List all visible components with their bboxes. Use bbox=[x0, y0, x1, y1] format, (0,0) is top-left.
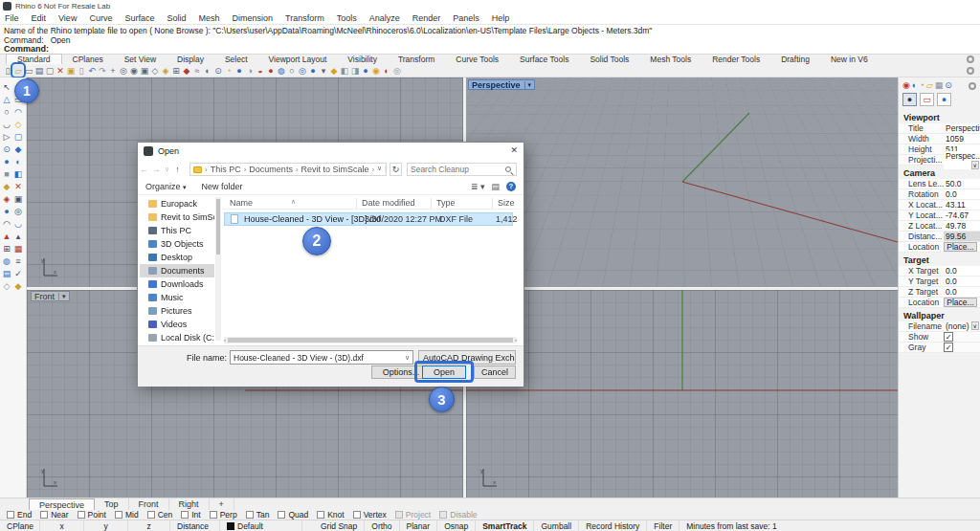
sidebar-item[interactable]: This PC bbox=[140, 224, 214, 237]
pyramid-icon[interactable]: ▴ bbox=[12, 230, 24, 242]
polygon-icon[interactable]: ▢ bbox=[12, 130, 24, 143]
point-icon[interactable]: ⊙ bbox=[213, 65, 223, 76]
menu-item[interactable]: Help bbox=[492, 13, 510, 23]
view-mode-icon[interactable]: ≣ ▾ bbox=[471, 182, 485, 191]
osnap-toggle[interactable]: Disable bbox=[439, 510, 477, 520]
properties-panel-icon[interactable]: ◉ bbox=[902, 80, 910, 90]
osnap-toggle[interactable]: Tan bbox=[246, 510, 270, 520]
chevron-down-icon[interactable]: ▾ bbox=[524, 81, 532, 89]
gear-icon[interactable] bbox=[969, 82, 976, 90]
status-toggle[interactable]: Planar bbox=[400, 520, 438, 531]
search-box[interactable] bbox=[407, 163, 517, 176]
toolbar-tab[interactable]: CPlanes bbox=[62, 55, 114, 64]
column-date[interactable]: Date modified bbox=[362, 198, 415, 208]
hatch-icon[interactable]: ▦ bbox=[12, 242, 24, 254]
curve-icon[interactable]: ≈ bbox=[192, 65, 202, 76]
redo-icon[interactable]: ↷ bbox=[98, 65, 107, 76]
ellipse-icon[interactable]: ◇ bbox=[12, 118, 24, 130]
group-icon[interactable]: ◇ bbox=[1, 279, 12, 292]
chevron-down-icon[interactable]: ∨ bbox=[374, 165, 385, 174]
dropdown-icon[interactable]: ▾ bbox=[319, 65, 328, 76]
rectangle-icon[interactable]: ▷ bbox=[1, 130, 12, 143]
property-value[interactable]: 0.0 bbox=[944, 287, 980, 297]
menu-item[interactable]: Surface bbox=[124, 13, 154, 23]
surface-icon[interactable]: ⊙ bbox=[1, 143, 12, 155]
recent-locations-icon[interactable]: ∨ bbox=[163, 166, 171, 173]
earth-icon[interactable]: ● bbox=[308, 65, 318, 76]
checkbox-icon[interactable] bbox=[439, 511, 447, 519]
viewport-tab[interactable]: Top bbox=[95, 498, 129, 510]
viewport-tab[interactable]: + bbox=[210, 498, 234, 510]
point-tool-icon[interactable]: △ bbox=[1, 93, 12, 105]
osnap-toggle[interactable]: Int bbox=[181, 510, 200, 520]
world-icon[interactable]: ◍ bbox=[1, 254, 12, 267]
menu-item[interactable]: Solid bbox=[167, 13, 186, 23]
arc2-icon[interactable]: ◠ bbox=[1, 217, 12, 230]
cplane-cell[interactable]: CPlane bbox=[0, 520, 40, 531]
layers-panel-icon[interactable]: ◐ bbox=[912, 80, 917, 90]
cancel-button[interactable]: Cancel bbox=[474, 365, 516, 379]
search-input[interactable] bbox=[408, 165, 505, 174]
status-toggle[interactable]: Ortho bbox=[365, 520, 399, 531]
display-tab-icon[interactable]: ● bbox=[902, 93, 917, 106]
display-icon[interactable]: ◎ bbox=[298, 65, 307, 76]
menu-item[interactable]: Curve bbox=[89, 13, 112, 23]
toolbar-tab[interactable]: Select bbox=[214, 55, 258, 64]
materials-panel-icon[interactable]: ▱ bbox=[926, 80, 933, 90]
property-value[interactable]: 43.11 bbox=[944, 200, 980, 210]
osnap-toggle[interactable]: Quad bbox=[278, 510, 308, 520]
material-icon[interactable]: ● bbox=[361, 65, 370, 76]
sidebar-item[interactable]: Revit to SimScal bbox=[140, 210, 214, 224]
toolbar-tab[interactable]: Viewport Layout bbox=[258, 55, 338, 64]
property-value[interactable]: 0.0 bbox=[944, 189, 980, 199]
gem-icon[interactable]: ◆ bbox=[329, 65, 339, 76]
checkbox-icon[interactable] bbox=[246, 511, 254, 519]
close-icon[interactable]: ✕ bbox=[510, 145, 518, 155]
osnap-toggle[interactable]: Perp bbox=[210, 510, 237, 520]
explode-icon[interactable]: ◆ bbox=[1, 180, 12, 192]
property-value[interactable]: (none) bbox=[944, 321, 980, 331]
shade-icon[interactable]: ◈ bbox=[161, 65, 170, 76]
organize-button[interactable]: Organize ▾ bbox=[138, 182, 194, 191]
paste-icon[interactable]: ▣ bbox=[66, 65, 76, 76]
sun-icon[interactable]: ◉ bbox=[371, 65, 381, 76]
menu-item[interactable]: Analyze bbox=[369, 13, 400, 23]
fillet-icon[interactable]: ◈ bbox=[1, 192, 12, 205]
delete-icon[interactable]: ✕ bbox=[56, 65, 65, 76]
menu-item[interactable]: File bbox=[5, 13, 19, 23]
clip-icon[interactable]: ◐ bbox=[382, 65, 391, 76]
property-value[interactable]: 50.0 bbox=[944, 179, 980, 188]
shell-icon[interactable]: ◑ bbox=[245, 65, 255, 76]
breadcrumb-item[interactable]: Documents bbox=[249, 165, 293, 174]
toolbar-tab[interactable]: New in V6 bbox=[820, 55, 879, 64]
property-value[interactable]: ✓ bbox=[944, 332, 953, 342]
file-name-input[interactable] bbox=[231, 353, 402, 363]
toolbar-tab[interactable]: Set View bbox=[114, 55, 167, 64]
toolbar-tab[interactable]: Solid Tools bbox=[579, 55, 639, 64]
align-icon[interactable]: ≡ bbox=[12, 254, 24, 267]
scroll-right-icon[interactable]: › bbox=[515, 337, 517, 343]
options-icon[interactable]: ◎ bbox=[392, 65, 402, 76]
property-value[interactable]: 0.0 bbox=[944, 266, 980, 276]
circle-tool-icon[interactable]: ○ bbox=[1, 105, 12, 118]
viewport-label-perspective[interactable]: Perspective ▾ bbox=[468, 79, 535, 90]
sidebar-scrollbar[interactable] bbox=[215, 197, 221, 341]
box-icon[interactable]: ■ bbox=[1, 167, 12, 180]
viewport-label-front[interactable]: Front ▾ bbox=[31, 291, 70, 301]
toolbar-tab[interactable]: Render Tools bbox=[702, 55, 770, 64]
checkbox-icon[interactable] bbox=[78, 511, 85, 519]
sidebar-item[interactable]: Documents bbox=[140, 264, 214, 277]
undo-icon[interactable]: ↶ bbox=[87, 65, 97, 76]
toolbar-tab[interactable]: Surface Tools bbox=[509, 55, 579, 64]
osnap-toggle[interactable]: Knot bbox=[317, 510, 345, 520]
extrude-icon[interactable]: ◐ bbox=[12, 155, 24, 167]
property-value[interactable]: Perspec... bbox=[944, 151, 980, 169]
notes-panel-icon[interactable]: ⊙ bbox=[945, 80, 952, 90]
menu-item[interactable]: Render bbox=[412, 13, 441, 23]
menu-item[interactable]: Panels bbox=[453, 13, 479, 23]
property-value[interactable]: Place... bbox=[944, 242, 977, 252]
preview-pane-icon[interactable]: ▤ bbox=[491, 182, 500, 191]
help-icon[interactable]: ? bbox=[506, 182, 516, 191]
sidebar-item[interactable]: Europack bbox=[140, 197, 214, 210]
curve-tool-icon[interactable]: ◡ bbox=[1, 118, 12, 130]
